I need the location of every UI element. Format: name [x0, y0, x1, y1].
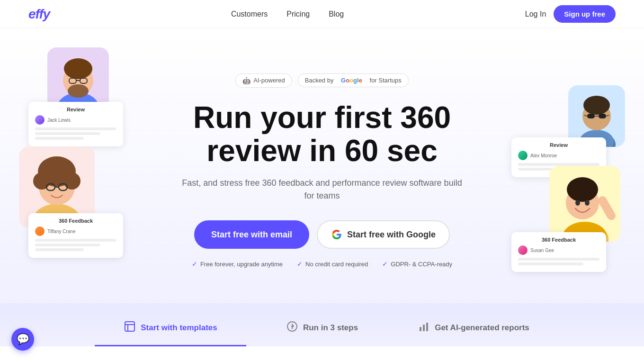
tab-reports[interactable]: Get AI-generated reports [398, 313, 549, 346]
feedback-card-mid-left: 360 Feedback Tiffany Crane [28, 213, 123, 258]
svg-point-14 [63, 172, 80, 190]
start-google-button[interactable]: Start free with Google [317, 220, 450, 249]
svg-rect-41 [420, 327, 421, 331]
check-icon-3: ✓ [382, 260, 388, 268]
logo: effy [28, 7, 50, 22]
tab-reports-label: Get AI-generated reports [435, 323, 529, 333]
chat-icon: 💬 [17, 333, 29, 345]
svg-rect-43 [426, 323, 428, 331]
feedback-card-bottom-right: 360 Feedback Susan Gee [511, 232, 606, 272]
start-email-button[interactable]: Start free with email [194, 220, 309, 249]
nav-links: Customers Pricing Blog [231, 10, 344, 18]
svg-rect-42 [423, 325, 425, 331]
check-icon-1: ✓ [192, 260, 197, 268]
card-avatar-4 [518, 245, 528, 255]
hero-subtitle: Fast, and stress free 360 feedback and p… [180, 177, 464, 202]
reports-icon [418, 320, 430, 335]
ai-icon: 🤖 [242, 77, 250, 84]
templates-icon [124, 320, 136, 335]
svg-rect-23 [587, 114, 595, 118]
google-logo: Google [341, 77, 362, 84]
trust-item-3: ✓ GDPR- & CCPA-ready [382, 260, 452, 268]
navbar: effy Customers Pricing Blog Log In Sign … [0, 0, 644, 28]
svg-point-22 [583, 96, 610, 115]
nav-pricing[interactable]: Pricing [286, 10, 310, 18]
tab-steps[interactable]: Run in 3 steps [246, 313, 398, 346]
hero-section: Review Jack Lewis [0, 28, 644, 303]
svg-point-40 [291, 326, 293, 327]
svg-rect-36 [125, 322, 134, 331]
trust-item-1: ✓ Free forever, upgrade anytime [192, 260, 283, 268]
tab-templates-label: Start with templates [141, 323, 217, 333]
person-bottom-right [549, 166, 620, 242]
svg-point-33 [567, 177, 598, 202]
trust-badges: ✓ Free forever, upgrade anytime ✓ No cre… [192, 260, 452, 268]
google-button-label: Start free with Google [347, 230, 436, 240]
review-card-top-left: Review Jack Lewis [28, 102, 123, 146]
svg-rect-24 [599, 114, 606, 118]
bottom-tabs: Start with templates Run in 3 steps [0, 303, 644, 346]
svg-point-35 [585, 200, 590, 206]
card-avatar-3 [518, 151, 528, 160]
svg-point-13 [33, 172, 50, 190]
tab-steps-label: Run in 3 steps [303, 323, 358, 333]
cta-buttons: Start free with email Start free with Go… [194, 220, 450, 249]
tab-templates[interactable]: Start with templates [95, 313, 246, 346]
trust-item-2: ✓ No credit card required [297, 260, 368, 268]
svg-point-34 [575, 200, 580, 206]
signup-button[interactable]: Sign up free [554, 5, 616, 23]
login-button[interactable]: Log In [525, 10, 546, 18]
svg-point-3 [64, 58, 92, 79]
hero-title: Run your first 360 review in 60 sec [142, 101, 502, 168]
nav-customers[interactable]: Customers [231, 10, 268, 18]
nav-blog[interactable]: Blog [329, 10, 344, 18]
check-icon-2: ✓ [297, 260, 303, 268]
ai-powered-badge: 🤖 AI-powered [235, 73, 292, 88]
card-avatar-2 [35, 226, 45, 236]
steps-icon [286, 320, 298, 335]
google-badge: Backed by Google for Startups [298, 73, 409, 87]
svg-point-4 [68, 84, 89, 98]
google-g-icon [331, 229, 342, 240]
card-avatar-1 [35, 115, 45, 125]
nav-actions: Log In Sign up free [525, 5, 616, 23]
hero-badges: 🤖 AI-powered Backed by Google for Startu… [235, 73, 408, 88]
